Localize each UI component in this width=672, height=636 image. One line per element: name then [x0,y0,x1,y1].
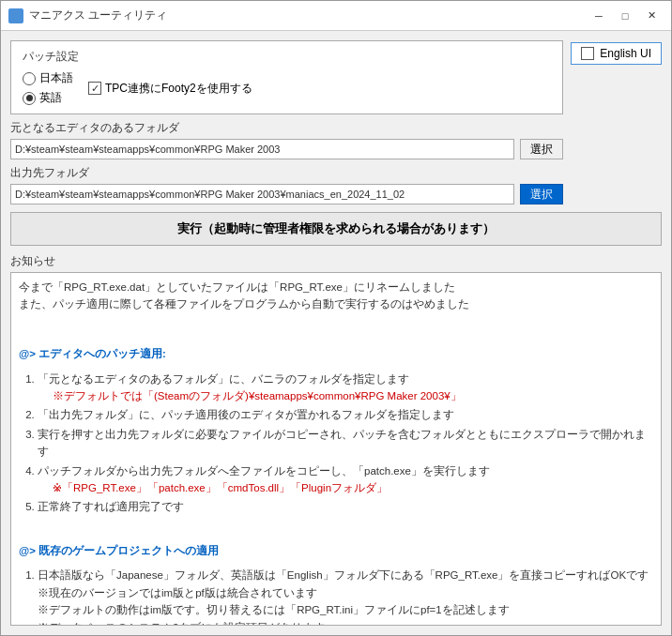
source-folder-button[interactable]: 選択 [520,139,563,159]
output-folder-button[interactable]: 選択 [520,184,563,204]
window-controls: ─ □ ✕ [587,7,664,25]
left-panels: パッチ設定 日本語 英語 [10,40,563,204]
notice-content[interactable]: 今まで「RPG_RT.exe.dat」としていたファイルは「RPG_RT.exe… [10,272,662,626]
notice-game-list: 日本語版なら「Japanese」フォルダ、英語版は「English」フォルダ下に… [19,567,653,626]
notice-game-item-1: 日本語版なら「Japanese」フォルダ、英語版は「English」フォルダ下に… [38,567,653,626]
notice-game-indent-1a: ※現在のバージョンではim版とpf版は統合されています [38,584,653,601]
source-folder-label: 元となるエディタのあるフォルダ [10,120,563,136]
radio-japanese-circle [23,72,36,85]
notice-blank-2 [19,518,653,535]
main-window: マニアクス ユーティリティ ─ □ ✕ パッチ設定 日本語 [0,0,672,636]
radio-japanese-label: 日本語 [39,70,73,86]
output-folder-section: 出力先フォルダ 選択 [10,165,563,204]
source-folder-row: 選択 [10,139,563,159]
notice-line-1: 今まで「RPG_RT.exe.dat」としていたファイルは「RPG_RT.exe… [19,279,653,313]
checkbox-tpc-label: TPC連携にFooty2を使用する [105,81,252,97]
radio-english-label: 英語 [39,90,62,106]
notice-section: お知らせ 今まで「RPG_RT.exe.dat」としていたファイルは「RPG_R… [10,253,662,626]
notice-editor-header: @> エディタへのパッチ適用: [19,345,653,362]
patch-settings-title: パッチ設定 [23,49,551,65]
radio-japanese[interactable]: 日本語 [23,70,73,86]
notice-game-indent-1b: ※デフォルトの動作はim版です。切り替えるには「RPG_RT.ini」ファイルに… [38,601,653,618]
source-folder-input[interactable] [10,139,514,159]
radio-group: 日本語 英語 [23,70,73,106]
app-icon [8,8,23,23]
minimize-button[interactable]: ─ [587,7,611,25]
title-bar: マニアクス ユーティリティ ─ □ ✕ [1,1,671,31]
notice-editor-indent-4: ※「RPG_RT.exe」「patch.exe」「cmdTos.dll」「Plu… [38,479,653,496]
notice-editor-item-2: 「出力先フォルダ」に、パッチ適用後のエディタが置かれるフォルダを指定します [38,406,653,423]
main-content: パッチ設定 日本語 英語 [1,31,671,635]
output-folder-label: 出力先フォルダ [10,165,563,181]
maximize-button[interactable]: □ [613,7,637,25]
notice-editor-item-5: 正常終了すれば適用完了です [38,498,653,515]
execute-button[interactable]: 実行（起動時に管理者権限を求められる場合があります） [10,212,662,246]
output-folder-input[interactable] [10,184,514,204]
checkbox-tpc-box [88,82,101,95]
english-ui-label: English UI [600,47,651,60]
source-folder-section: 元となるエディタのあるフォルダ 選択 [10,120,563,159]
notice-label: お知らせ [10,253,662,269]
notice-editor-item-4: パッチフォルダから出力先フォルダへ全ファイルをコピーし、「patch.exe」を… [38,462,653,497]
notice-editor-indent-1: ※デフォルトでは「(Steamのフォルダ)¥steamapps¥common¥R… [38,387,653,404]
patch-row: 日本語 英語 TPC連携にFooty2を使用する [23,70,551,106]
radio-english-circle [23,92,36,105]
notice-editor-item-1: 「元となるエディタのあるフォルダ」に、バニラのフォルダを指定します ※デフォルト… [38,371,653,405]
output-folder-row: 選択 [10,184,563,204]
top-area: パッチ設定 日本語 英語 [10,40,662,204]
notice-game-header: @> 既存のゲームプロジェクトへの適用 [19,542,653,559]
patch-settings-box: パッチ設定 日本語 英語 [10,40,563,114]
notice-game-indent-1c: ※データベースのシステム2タブにも設定項目があります [38,619,653,626]
checkbox-tpc[interactable]: TPC連携にFooty2を使用する [88,81,252,97]
notice-blank-1 [19,321,653,338]
notice-editor-list: 「元となるエディタのあるフォルダ」に、バニラのフォルダを指定します ※デフォルト… [19,371,653,516]
english-ui-box[interactable]: English UI [571,42,662,65]
english-ui-checkbox [581,47,594,60]
close-button[interactable]: ✕ [639,7,664,25]
notice-editor-item-3: 実行を押すと出力先フォルダに必要なファイルがコピーされ、パッチを含むフォルダとと… [38,426,653,461]
window-title: マニアクス ユーティリティ [29,8,587,23]
radio-english[interactable]: 英語 [23,90,73,106]
right-panel: English UI [571,40,662,204]
